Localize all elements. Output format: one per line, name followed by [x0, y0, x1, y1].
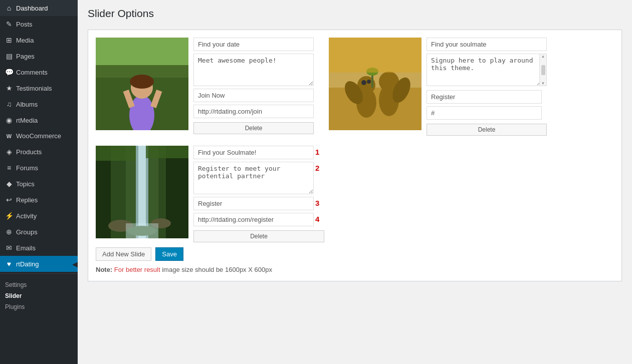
- sidebar-item-emails[interactable]: ✉ Emails: [0, 240, 78, 256]
- slide-3-button-input[interactable]: [193, 197, 314, 210]
- slide-3-fields: 1 2 3 4 Delete: [193, 146, 324, 242]
- sidebar-item-albums[interactable]: ♫ Albums: [0, 96, 78, 112]
- sidebar-item-comments[interactable]: 💬 Comments: [0, 64, 78, 80]
- slide-3-block: 1 2 3 4 Delete: [96, 146, 324, 242]
- rtmedia-icon: ◉: [5, 116, 13, 124]
- scroll-thumb: [541, 65, 545, 75]
- svg-rect-21: [329, 38, 422, 73]
- sidebar-item-testimonials[interactable]: ★ Testimonials: [0, 80, 78, 96]
- scrollbar: ▲ ▼: [539, 54, 547, 86]
- note-highlight: For better result: [114, 266, 162, 273]
- woocommerce-icon: W: [5, 133, 13, 139]
- slides-row-1: Delete: [96, 38, 614, 136]
- sidebar: ⌂ Dashboard ✎ Posts ⊞ Media ▤ Pages 💬 Co…: [0, 0, 78, 364]
- slide-3-button-row: 3: [193, 197, 324, 210]
- forums-icon: ≡: [5, 164, 13, 172]
- albums-icon: ♫: [5, 100, 13, 108]
- slide-1-description-textarea[interactable]: [193, 54, 314, 86]
- sidebar-item-topics[interactable]: ◆ Topics: [0, 176, 78, 192]
- slide-1-button-input[interactable]: [193, 89, 314, 102]
- slide-3-url-input[interactable]: [193, 213, 314, 226]
- testimonials-icon: ★: [5, 84, 13, 92]
- slide-2-delete-button[interactable]: Delete: [427, 124, 547, 136]
- field-number-4: 4: [315, 213, 324, 223]
- plugins-label[interactable]: Plugins: [5, 301, 73, 312]
- sidebar-item-groups[interactable]: ⊕ Groups: [0, 224, 78, 240]
- slider-label[interactable]: Slider: [5, 290, 73, 301]
- svg-point-15: [367, 80, 371, 84]
- slide-2-image: [329, 38, 422, 130]
- save-button[interactable]: Save: [155, 247, 183, 261]
- sidebar-item-rtdating[interactable]: ♥ rtDating ◀: [0, 256, 78, 272]
- sidebar-item-woocommerce[interactable]: W WooCommerce: [0, 128, 78, 144]
- sidebar-item-products[interactable]: ◈ Products: [0, 144, 78, 160]
- slide-2-textarea-wrapper: ▲ ▼: [427, 54, 547, 88]
- slide-3-description-row: 2: [193, 162, 324, 194]
- svg-point-14: [361, 80, 366, 85]
- slide-2-url-input[interactable]: [427, 106, 542, 120]
- scroll-down: ▼: [541, 81, 545, 86]
- active-arrow: ◀: [72, 259, 78, 269]
- sidebar-item-media[interactable]: ⊞ Media: [0, 32, 78, 48]
- field-number-3: 3: [315, 197, 324, 207]
- slider-options-section: Delete: [88, 30, 622, 281]
- rtdating-icon: ♥: [5, 260, 13, 268]
- slide-1-url-input[interactable]: [193, 105, 314, 118]
- sidebar-item-rtmedia[interactable]: ◉ rtMedia: [0, 112, 78, 128]
- bottom-action-bar: Add New Slide Save: [96, 247, 614, 261]
- add-new-slide-button[interactable]: Add New Slide: [96, 247, 151, 261]
- slide-3-url-row: 4: [193, 213, 324, 226]
- topics-icon: ◆: [5, 180, 13, 188]
- field-number-2: 2: [315, 162, 324, 172]
- sidebar-item-dashboard[interactable]: ⌂ Dashboard: [0, 0, 78, 16]
- slide-1-delete-button[interactable]: Delete: [193, 122, 314, 134]
- dashboard-icon: ⌂: [5, 4, 13, 12]
- settings-label[interactable]: Settings: [5, 279, 73, 290]
- svg-rect-32: [126, 223, 158, 238]
- field-number-1: 1: [315, 146, 324, 156]
- media-icon: ⊞: [5, 36, 13, 44]
- main-content: Slider Options: [78, 0, 632, 364]
- svg-rect-33: [96, 146, 136, 161]
- activity-icon: ⚡: [5, 212, 13, 220]
- posts-icon: ✎: [5, 20, 13, 28]
- svg-rect-34: [146, 146, 188, 158]
- note-body: image size should be 1600px X 600px: [162, 266, 272, 273]
- slide-1-title-input[interactable]: [193, 38, 314, 51]
- slide-2-block: ▲ ▼ Delete: [329, 38, 547, 136]
- slide-3-svg: [96, 146, 188, 238]
- slide-3-image: [96, 146, 188, 238]
- slides-row-2: 1 2 3 4 Delete: [96, 146, 614, 242]
- slide-1-image: [96, 38, 188, 130]
- sidebar-item-replies[interactable]: ↩ Replies: [0, 192, 78, 208]
- sidebar-footer: Settings Slider Plugins: [0, 275, 78, 316]
- slide-1-block: Delete: [96, 38, 314, 136]
- note-text: Note: For better result image size shoul…: [96, 266, 614, 273]
- sidebar-item-posts[interactable]: ✎ Posts: [0, 16, 78, 32]
- sidebar-item-activity[interactable]: ⚡ Activity: [0, 208, 78, 224]
- sidebar-item-forums[interactable]: ≡ Forums: [0, 160, 78, 176]
- slide-3-delete-button[interactable]: Delete: [193, 230, 324, 242]
- groups-icon: ⊕: [5, 228, 13, 236]
- slide-2-title-input[interactable]: [427, 38, 547, 51]
- products-icon: ◈: [5, 148, 13, 156]
- slide-2-button-input[interactable]: [427, 90, 542, 104]
- replies-icon: ↩: [5, 196, 13, 204]
- emails-icon: ✉: [5, 244, 13, 252]
- slide-3-title-input[interactable]: [193, 146, 314, 159]
- slide-2-svg: [329, 38, 422, 130]
- slide-3-title-row: 1: [193, 146, 324, 159]
- slide-2-description-textarea[interactable]: [427, 54, 542, 86]
- page-title: Slider Options: [88, 8, 622, 22]
- sidebar-item-pages[interactable]: ▤ Pages: [0, 48, 78, 64]
- svg-rect-8: [96, 38, 188, 65]
- note-prefix: Note:: [96, 266, 112, 273]
- scroll-up: ▲: [541, 54, 545, 59]
- comments-icon: 💬: [5, 68, 13, 76]
- slide-1-fields: Delete: [193, 38, 314, 134]
- slide-3-description-textarea[interactable]: [193, 162, 314, 194]
- svg-point-7: [130, 75, 154, 89]
- slide-2-fields: ▲ ▼ Delete: [427, 38, 547, 136]
- slide-1-svg: [96, 38, 188, 130]
- pages-icon: ▤: [5, 52, 13, 60]
